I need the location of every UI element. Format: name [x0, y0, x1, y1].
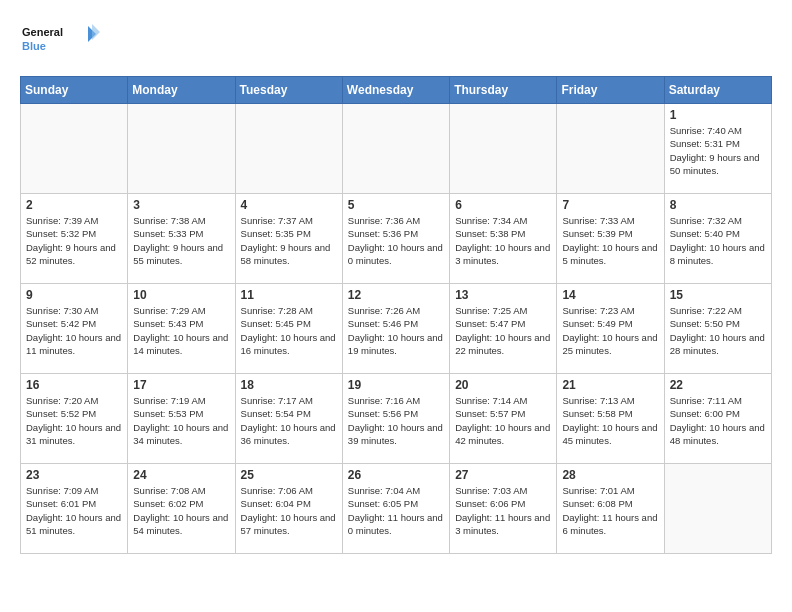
calendar-cell: 3Sunrise: 7:38 AM Sunset: 5:33 PM Daylig…	[128, 194, 235, 284]
calendar-cell: 16Sunrise: 7:20 AM Sunset: 5:52 PM Dayli…	[21, 374, 128, 464]
day-number: 8	[670, 198, 766, 212]
week-row-3: 9Sunrise: 7:30 AM Sunset: 5:42 PM Daylig…	[21, 284, 772, 374]
calendar-cell: 10Sunrise: 7:29 AM Sunset: 5:43 PM Dayli…	[128, 284, 235, 374]
day-info: Sunrise: 7:36 AM Sunset: 5:36 PM Dayligh…	[348, 214, 444, 267]
calendar-cell	[235, 104, 342, 194]
day-info: Sunrise: 7:26 AM Sunset: 5:46 PM Dayligh…	[348, 304, 444, 357]
calendar-cell: 20Sunrise: 7:14 AM Sunset: 5:57 PM Dayli…	[450, 374, 557, 464]
day-number: 2	[26, 198, 122, 212]
calendar-cell: 12Sunrise: 7:26 AM Sunset: 5:46 PM Dayli…	[342, 284, 449, 374]
day-info: Sunrise: 7:14 AM Sunset: 5:57 PM Dayligh…	[455, 394, 551, 447]
day-info: Sunrise: 7:06 AM Sunset: 6:04 PM Dayligh…	[241, 484, 337, 537]
calendar-cell	[128, 104, 235, 194]
day-number: 23	[26, 468, 122, 482]
calendar-cell: 13Sunrise: 7:25 AM Sunset: 5:47 PM Dayli…	[450, 284, 557, 374]
day-info: Sunrise: 7:28 AM Sunset: 5:45 PM Dayligh…	[241, 304, 337, 357]
calendar-cell: 19Sunrise: 7:16 AM Sunset: 5:56 PM Dayli…	[342, 374, 449, 464]
svg-text:General: General	[22, 26, 63, 38]
day-number: 16	[26, 378, 122, 392]
day-info: Sunrise: 7:13 AM Sunset: 5:58 PM Dayligh…	[562, 394, 658, 447]
day-info: Sunrise: 7:19 AM Sunset: 5:53 PM Dayligh…	[133, 394, 229, 447]
day-number: 14	[562, 288, 658, 302]
week-row-5: 23Sunrise: 7:09 AM Sunset: 6:01 PM Dayli…	[21, 464, 772, 554]
day-number: 19	[348, 378, 444, 392]
weekday-header-saturday: Saturday	[664, 77, 771, 104]
day-number: 24	[133, 468, 229, 482]
day-number: 12	[348, 288, 444, 302]
day-info: Sunrise: 7:40 AM Sunset: 5:31 PM Dayligh…	[670, 124, 766, 177]
day-info: Sunrise: 7:34 AM Sunset: 5:38 PM Dayligh…	[455, 214, 551, 267]
calendar-cell: 11Sunrise: 7:28 AM Sunset: 5:45 PM Dayli…	[235, 284, 342, 374]
day-number: 13	[455, 288, 551, 302]
weekday-header-sunday: Sunday	[21, 77, 128, 104]
weekday-header-monday: Monday	[128, 77, 235, 104]
calendar-cell: 27Sunrise: 7:03 AM Sunset: 6:06 PM Dayli…	[450, 464, 557, 554]
weekday-header-row: SundayMondayTuesdayWednesdayThursdayFrid…	[21, 77, 772, 104]
day-number: 7	[562, 198, 658, 212]
day-info: Sunrise: 7:03 AM Sunset: 6:06 PM Dayligh…	[455, 484, 551, 537]
calendar-cell	[342, 104, 449, 194]
day-number: 5	[348, 198, 444, 212]
day-number: 21	[562, 378, 658, 392]
calendar-cell: 21Sunrise: 7:13 AM Sunset: 5:58 PM Dayli…	[557, 374, 664, 464]
calendar-cell	[21, 104, 128, 194]
day-info: Sunrise: 7:29 AM Sunset: 5:43 PM Dayligh…	[133, 304, 229, 357]
day-info: Sunrise: 7:09 AM Sunset: 6:01 PM Dayligh…	[26, 484, 122, 537]
day-number: 6	[455, 198, 551, 212]
day-info: Sunrise: 7:20 AM Sunset: 5:52 PM Dayligh…	[26, 394, 122, 447]
day-number: 4	[241, 198, 337, 212]
day-number: 9	[26, 288, 122, 302]
day-info: Sunrise: 7:38 AM Sunset: 5:33 PM Dayligh…	[133, 214, 229, 267]
calendar-cell: 8Sunrise: 7:32 AM Sunset: 5:40 PM Daylig…	[664, 194, 771, 284]
calendar-cell: 6Sunrise: 7:34 AM Sunset: 5:38 PM Daylig…	[450, 194, 557, 284]
calendar-cell: 24Sunrise: 7:08 AM Sunset: 6:02 PM Dayli…	[128, 464, 235, 554]
day-info: Sunrise: 7:22 AM Sunset: 5:50 PM Dayligh…	[670, 304, 766, 357]
svg-marker-3	[92, 24, 100, 40]
day-number: 27	[455, 468, 551, 482]
logo-svg: General Blue	[20, 20, 100, 60]
day-number: 22	[670, 378, 766, 392]
calendar-table: SundayMondayTuesdayWednesdayThursdayFrid…	[20, 76, 772, 554]
day-number: 10	[133, 288, 229, 302]
week-row-1: 1Sunrise: 7:40 AM Sunset: 5:31 PM Daylig…	[21, 104, 772, 194]
calendar-cell: 26Sunrise: 7:04 AM Sunset: 6:05 PM Dayli…	[342, 464, 449, 554]
day-info: Sunrise: 7:23 AM Sunset: 5:49 PM Dayligh…	[562, 304, 658, 357]
day-number: 25	[241, 468, 337, 482]
day-info: Sunrise: 7:37 AM Sunset: 5:35 PM Dayligh…	[241, 214, 337, 267]
weekday-header-thursday: Thursday	[450, 77, 557, 104]
day-number: 11	[241, 288, 337, 302]
calendar-cell: 17Sunrise: 7:19 AM Sunset: 5:53 PM Dayli…	[128, 374, 235, 464]
calendar-cell: 14Sunrise: 7:23 AM Sunset: 5:49 PM Dayli…	[557, 284, 664, 374]
calendar-cell: 1Sunrise: 7:40 AM Sunset: 5:31 PM Daylig…	[664, 104, 771, 194]
svg-text:Blue: Blue	[22, 40, 46, 52]
day-info: Sunrise: 7:25 AM Sunset: 5:47 PM Dayligh…	[455, 304, 551, 357]
day-number: 18	[241, 378, 337, 392]
day-info: Sunrise: 7:39 AM Sunset: 5:32 PM Dayligh…	[26, 214, 122, 267]
calendar-cell: 9Sunrise: 7:30 AM Sunset: 5:42 PM Daylig…	[21, 284, 128, 374]
day-number: 3	[133, 198, 229, 212]
day-number: 26	[348, 468, 444, 482]
day-info: Sunrise: 7:16 AM Sunset: 5:56 PM Dayligh…	[348, 394, 444, 447]
weekday-header-tuesday: Tuesday	[235, 77, 342, 104]
day-number: 17	[133, 378, 229, 392]
weekday-header-wednesday: Wednesday	[342, 77, 449, 104]
day-info: Sunrise: 7:04 AM Sunset: 6:05 PM Dayligh…	[348, 484, 444, 537]
calendar-cell: 25Sunrise: 7:06 AM Sunset: 6:04 PM Dayli…	[235, 464, 342, 554]
calendar-cell	[450, 104, 557, 194]
day-number: 20	[455, 378, 551, 392]
week-row-2: 2Sunrise: 7:39 AM Sunset: 5:32 PM Daylig…	[21, 194, 772, 284]
day-info: Sunrise: 7:11 AM Sunset: 6:00 PM Dayligh…	[670, 394, 766, 447]
day-info: Sunrise: 7:08 AM Sunset: 6:02 PM Dayligh…	[133, 484, 229, 537]
calendar-cell: 7Sunrise: 7:33 AM Sunset: 5:39 PM Daylig…	[557, 194, 664, 284]
calendar-cell	[664, 464, 771, 554]
calendar-cell: 23Sunrise: 7:09 AM Sunset: 6:01 PM Dayli…	[21, 464, 128, 554]
calendar-cell	[557, 104, 664, 194]
day-info: Sunrise: 7:33 AM Sunset: 5:39 PM Dayligh…	[562, 214, 658, 267]
calendar-cell: 22Sunrise: 7:11 AM Sunset: 6:00 PM Dayli…	[664, 374, 771, 464]
calendar-cell: 28Sunrise: 7:01 AM Sunset: 6:08 PM Dayli…	[557, 464, 664, 554]
day-number: 15	[670, 288, 766, 302]
calendar-cell: 4Sunrise: 7:37 AM Sunset: 5:35 PM Daylig…	[235, 194, 342, 284]
weekday-header-friday: Friday	[557, 77, 664, 104]
calendar-cell: 18Sunrise: 7:17 AM Sunset: 5:54 PM Dayli…	[235, 374, 342, 464]
day-info: Sunrise: 7:17 AM Sunset: 5:54 PM Dayligh…	[241, 394, 337, 447]
